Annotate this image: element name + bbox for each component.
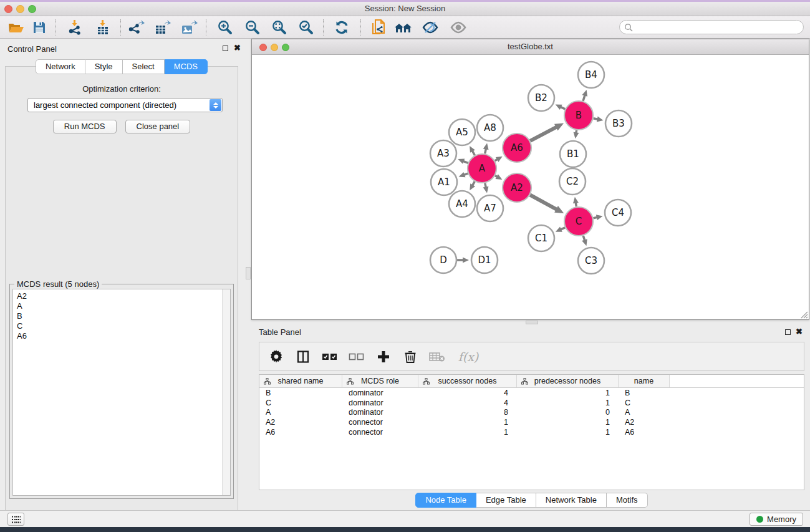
table-row[interactable]: Bdominator41B bbox=[259, 388, 804, 398]
mcds-result-item[interactable]: A2 bbox=[13, 291, 230, 301]
graph-node-D1[interactable]: D1 bbox=[471, 247, 498, 273]
table-cell[interactable]: dominator bbox=[342, 389, 418, 397]
search-input[interactable] bbox=[633, 22, 803, 33]
show-all-button[interactable] bbox=[448, 17, 469, 37]
refresh-button[interactable] bbox=[331, 17, 352, 37]
graph-edge-A-A4[interactable] bbox=[473, 181, 475, 185]
graph-node-A1[interactable]: A1 bbox=[431, 169, 457, 195]
resize-grip-icon[interactable] bbox=[799, 309, 808, 319]
table-row[interactable]: Adominator80A bbox=[259, 408, 804, 418]
table-close-panel-icon[interactable]: ✖ bbox=[796, 327, 803, 336]
table-cell[interactable]: 1 bbox=[517, 428, 619, 437]
vertical-split-handle[interactable] bbox=[246, 267, 251, 279]
tab-network-table[interactable]: Network Table bbox=[536, 493, 607, 508]
export-network-button[interactable] bbox=[125, 17, 147, 37]
horizontal-split-handle[interactable] bbox=[526, 321, 538, 324]
close-panel-icon[interactable]: ✖ bbox=[234, 43, 241, 52]
graph-edge-A-A3[interactable] bbox=[463, 161, 468, 163]
show-column-button[interactable] bbox=[295, 349, 311, 365]
graph-node-A8[interactable]: A8 bbox=[477, 115, 503, 141]
table-cell[interactable]: B bbox=[619, 389, 670, 397]
float-panel-icon[interactable] bbox=[223, 46, 228, 51]
add-column-button[interactable] bbox=[375, 349, 392, 365]
graph-node-C3[interactable]: C3 bbox=[578, 248, 604, 274]
table-cell[interactable]: 1 bbox=[418, 418, 517, 427]
apply-function-button[interactable]: f(x) bbox=[456, 349, 481, 365]
graph-node-C[interactable]: C bbox=[564, 207, 593, 236]
graph-node-A2[interactable]: A2 bbox=[503, 173, 531, 202]
select-all-button[interactable] bbox=[322, 349, 338, 365]
tab-edge-table[interactable]: Edge Table bbox=[476, 493, 536, 508]
open-session-network-button[interactable] bbox=[368, 17, 389, 37]
table-cell[interactable]: A bbox=[619, 408, 670, 417]
graph-node-A6[interactable]: A6 bbox=[503, 133, 531, 162]
mcds-result-list[interactable]: A2ABCA6 bbox=[12, 289, 231, 496]
task-history-button[interactable] bbox=[7, 513, 24, 526]
open-file-button[interactable] bbox=[5, 17, 26, 37]
mcds-result-item[interactable]: B bbox=[13, 311, 230, 321]
run-mcds-button[interactable]: Run MCDS bbox=[53, 120, 117, 133]
graph-edge-B-B4[interactable] bbox=[583, 95, 585, 101]
delete-column-button[interactable] bbox=[402, 349, 418, 365]
tab-node-table[interactable]: Node Table bbox=[415, 493, 476, 508]
memory-button[interactable]: Memory bbox=[750, 513, 803, 526]
graph-node-B[interactable]: B bbox=[564, 101, 593, 130]
graph-edge-C-C2[interactable] bbox=[576, 203, 576, 207]
graph-edge-A-A5[interactable] bbox=[472, 151, 475, 155]
graph-node-A3[interactable]: A3 bbox=[430, 140, 456, 167]
column-header-successor-nodes[interactable]: successor nodes bbox=[418, 375, 517, 387]
graph-node-B4[interactable]: B4 bbox=[578, 62, 604, 88]
graph-edge-C-C3[interactable] bbox=[583, 236, 584, 241]
tab-style[interactable]: Style bbox=[85, 59, 123, 74]
zoom-fit-button[interactable] bbox=[269, 17, 290, 37]
graph-node-C4[interactable]: C4 bbox=[605, 200, 631, 226]
graph-node-A4[interactable]: A4 bbox=[449, 191, 475, 217]
table-float-panel-icon[interactable] bbox=[785, 329, 791, 335]
tab-mcds[interactable]: MCDS bbox=[165, 59, 208, 74]
hide-selected-button[interactable] bbox=[420, 17, 441, 37]
table-cell[interactable]: A6 bbox=[259, 428, 342, 437]
export-table-button[interactable] bbox=[152, 17, 173, 37]
table-row[interactable]: A6connector11A6 bbox=[259, 427, 804, 437]
graph-edge-A-A7[interactable] bbox=[485, 183, 486, 188]
table-cell[interactable]: 1 bbox=[418, 428, 517, 437]
graph-node-A[interactable]: A bbox=[468, 154, 496, 183]
list-scrollbar[interactable] bbox=[222, 289, 230, 495]
table-cell[interactable]: B bbox=[259, 389, 342, 397]
table-cell[interactable]: 0 bbox=[517, 408, 619, 417]
table-cell[interactable]: 4 bbox=[418, 399, 517, 407]
import-table-button[interactable] bbox=[92, 17, 113, 37]
graph-node-B1[interactable]: B1 bbox=[560, 141, 586, 167]
mcds-result-item[interactable]: A6 bbox=[13, 331, 230, 341]
table-cell[interactable]: connector bbox=[342, 418, 418, 427]
table-cell[interactable]: 1 bbox=[517, 389, 619, 397]
home-networks-button[interactable] bbox=[393, 17, 414, 37]
graph-edge-C-C1[interactable] bbox=[561, 228, 565, 230]
graph-edge-B-B3[interactable] bbox=[594, 118, 598, 119]
column-header-shared-name[interactable]: shared name bbox=[259, 375, 342, 387]
optimization-criterion-select[interactable]: largest connected component (directed) bbox=[27, 98, 223, 112]
table-cell[interactable]: dominator bbox=[342, 399, 418, 407]
table-cell[interactable]: A2 bbox=[619, 418, 670, 427]
table-cell[interactable]: 1 bbox=[517, 399, 619, 407]
tab-select[interactable]: Select bbox=[123, 59, 165, 74]
table-cell[interactable]: 4 bbox=[418, 389, 517, 397]
graph-edge-A-A1[interactable] bbox=[464, 173, 468, 175]
export-image-button[interactable] bbox=[178, 17, 200, 37]
graph-edge-A2-C[interactable] bbox=[530, 195, 557, 209]
deselect-all-button[interactable] bbox=[349, 349, 365, 365]
table-cell[interactable]: 8 bbox=[418, 408, 517, 417]
table-row[interactable]: Cdominator41C bbox=[259, 398, 804, 408]
graph-edge-B-B2[interactable] bbox=[561, 107, 565, 109]
table-options-button[interactable] bbox=[268, 349, 284, 365]
network-window-titlebar[interactable]: testGlobe.txt bbox=[252, 39, 809, 55]
table-row[interactable]: A2connector11A2 bbox=[259, 417, 804, 427]
table-cell[interactable]: C bbox=[259, 399, 342, 407]
mcds-result-item[interactable]: C bbox=[13, 321, 230, 331]
zoom-in-button[interactable] bbox=[215, 17, 236, 37]
graph-node-A5[interactable]: A5 bbox=[449, 119, 475, 145]
graph-node-C2[interactable]: C2 bbox=[559, 168, 586, 195]
table-cell[interactable]: 1 bbox=[517, 418, 619, 427]
graph-edge-A6-B[interactable] bbox=[530, 127, 556, 141]
graph-node-A7[interactable]: A7 bbox=[477, 195, 503, 221]
